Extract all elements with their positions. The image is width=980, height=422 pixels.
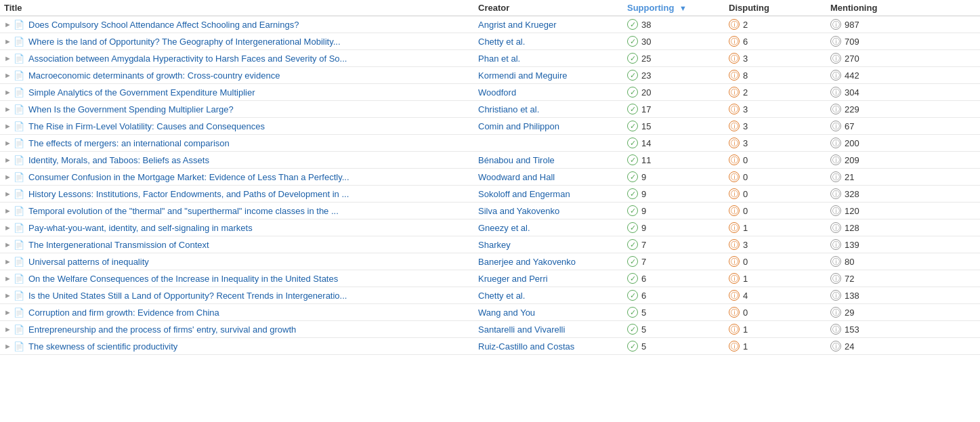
row-expander[interactable]: ►	[4, 325, 14, 333]
title-link[interactable]: Temporal evolution of the "thermal" and …	[28, 206, 339, 216]
title-link[interactable]: Macroeconomic determinants of growth: Cr…	[28, 70, 280, 81]
creator-link[interactable]: Krueger and Perri	[478, 274, 548, 284]
row-expander[interactable]: ►	[4, 139, 14, 147]
col-header-supporting[interactable]: Supporting ▼	[623, 0, 725, 16]
creator-link[interactable]: Sharkey	[478, 240, 511, 250]
title-link[interactable]: The skewness of scientific productivity	[28, 341, 177, 352]
mentioning-icon: ⓘ	[830, 222, 841, 233]
row-expander[interactable]: ►	[4, 274, 14, 282]
creator-link[interactable]: Angrist and Krueger	[478, 20, 557, 30]
disputing-count: 3	[743, 240, 748, 250]
col-header-mentioning[interactable]: Mentioning	[826, 0, 980, 16]
disputing-count: 2	[743, 87, 748, 98]
creator-link[interactable]: Woodward and Hall	[478, 172, 555, 182]
title-link[interactable]: Corruption and firm growth: Evidence fro…	[28, 308, 219, 318]
title-cell: ► 📄 Temporal evolution of the "thermal" …	[0, 203, 474, 219]
mentioning-icon: ⓘ	[830, 307, 841, 318]
mentioning-count: 120	[845, 206, 859, 216]
title-cell: ► 📄 History Lessons: Institutions, Facto…	[0, 186, 474, 203]
supporting-count: 5	[641, 341, 646, 352]
creator-cell: Ruiz-Castillo and Costas	[474, 338, 623, 355]
row-expander[interactable]: ►	[4, 190, 14, 198]
mentioning-count: 21	[845, 172, 854, 182]
title-link[interactable]: When Is the Government Spending Multipli…	[28, 104, 234, 114]
disputing-icon: ⓘ	[729, 324, 740, 335]
supporting-icon: ✓	[627, 239, 638, 250]
row-expander[interactable]: ►	[4, 156, 14, 164]
row-expander[interactable]: ►	[4, 37, 14, 45]
mentioning-cell: ⓘ 139	[826, 236, 980, 253]
disputing-count: 3	[743, 104, 748, 114]
title-link[interactable]: History Lessons: Institutions, Factor En…	[28, 189, 349, 199]
title-link[interactable]: Identity, Morals, and Taboos: Beliefs as…	[28, 155, 209, 165]
title-link[interactable]: The Rise in Firm-Level Volatility: Cause…	[28, 121, 265, 131]
row-expander[interactable]: ►	[4, 54, 14, 62]
supporting-icon: ✓	[627, 19, 638, 30]
title-link[interactable]: Pay-what-you-want, identity, and self-si…	[28, 223, 253, 233]
disputing-count: 8	[743, 70, 748, 81]
creator-link[interactable]: Kormendi and Meguire	[478, 70, 568, 81]
row-expander[interactable]: ►	[4, 342, 14, 350]
row-expander[interactable]: ►	[4, 71, 14, 79]
creator-link[interactable]: Woodford	[478, 87, 516, 98]
col-header-creator[interactable]: Creator	[474, 0, 623, 16]
disputing-count: 1	[743, 223, 748, 233]
title-link[interactable]: The effects of mergers: an international…	[28, 138, 230, 148]
disputing-icon: ⓘ	[729, 290, 740, 301]
disputing-icon: ⓘ	[729, 239, 740, 250]
table-row: ► 📄 On the Welfare Consequences of the I…	[0, 270, 980, 287]
creator-link[interactable]: Christiano et al.	[478, 104, 539, 114]
table-header-row: Title Creator Supporting ▼ Disputing Men…	[0, 0, 980, 16]
title-link[interactable]: Consumer Confusion in the Mortgage Marke…	[28, 172, 349, 182]
creator-link[interactable]: Silva and Yakovenko	[478, 206, 559, 216]
creator-cell: Sokoloff and Engerman	[474, 186, 623, 203]
creator-link[interactable]: Chetty et al.	[478, 37, 525, 47]
table-row: ► 📄 Consumer Confusion in the Mortgage M…	[0, 169, 980, 186]
creator-link[interactable]: Ruiz-Castillo and Costas	[478, 341, 574, 352]
document-icon: 📄	[14, 87, 26, 97]
disputing-cell: ⓘ 3	[725, 50, 826, 67]
title-link[interactable]: Is the United States Still a Land of Opp…	[28, 291, 347, 301]
mentioning-cell: ⓘ 138	[826, 287, 980, 304]
col-header-disputing[interactable]: Disputing	[725, 0, 826, 16]
creator-link[interactable]: Bénabou and Tirole	[478, 155, 555, 165]
creator-link[interactable]: Banerjee and Yakovenko	[478, 257, 576, 267]
title-link[interactable]: Entrepreneurship and the process of firm…	[28, 324, 296, 335]
creator-link[interactable]: Wang and You	[478, 308, 535, 318]
title-cell: ► 📄 The effects of mergers: an internati…	[0, 135, 474, 152]
row-expander[interactable]: ►	[4, 240, 14, 249]
row-expander[interactable]: ►	[4, 257, 14, 266]
row-expander[interactable]: ►	[4, 224, 14, 232]
title-link[interactable]: Does Compulsory School Attendance Affect…	[28, 20, 299, 30]
row-expander[interactable]: ►	[4, 207, 14, 215]
row-expander[interactable]: ►	[4, 291, 14, 299]
creator-link[interactable]: Comin and Philippon	[478, 121, 559, 131]
creator-cell: Bénabou and Tirole	[474, 152, 623, 169]
supporting-cell: ✓ 9	[623, 169, 725, 186]
row-expander[interactable]: ►	[4, 88, 14, 96]
disputing-icon: ⓘ	[729, 205, 740, 216]
title-link[interactable]: On the Welfare Consequences of the Incre…	[28, 274, 338, 284]
row-expander[interactable]: ►	[4, 122, 14, 130]
supporting-count: 38	[641, 20, 651, 30]
main-table-container: Title Creator Supporting ▼ Disputing Men…	[0, 0, 980, 355]
row-expander[interactable]: ►	[4, 173, 14, 181]
creator-link[interactable]: Sokoloff and Engerman	[478, 189, 570, 199]
creator-link[interactable]: Phan et al.	[478, 54, 520, 64]
row-expander[interactable]: ►	[4, 308, 14, 316]
row-expander[interactable]: ►	[4, 105, 14, 113]
title-link[interactable]: Where is the land of Opportunity? The Ge…	[28, 37, 341, 47]
supporting-icon: ✓	[627, 273, 638, 284]
creator-link[interactable]: Santarelli and Vivarelli	[478, 324, 565, 335]
title-link[interactable]: Association between Amygdala Hyperactivi…	[28, 54, 347, 64]
creator-link[interactable]: Chetty et al.	[478, 291, 525, 301]
title-link[interactable]: Universal patterns of inequality	[28, 257, 149, 267]
title-link[interactable]: Simple Analytics of the Government Expen…	[28, 87, 255, 98]
title-link[interactable]: The Intergenerational Transmission of Co…	[28, 240, 209, 250]
col-header-title[interactable]: Title	[0, 0, 474, 16]
creator-link[interactable]: Gneezy et al.	[478, 223, 530, 233]
document-icon: 📄	[14, 37, 26, 46]
table-row: ► 📄 History Lessons: Institutions, Facto…	[0, 186, 980, 203]
row-expander[interactable]: ►	[4, 20, 14, 28]
table-row: ► 📄 Entrepreneurship and the process of …	[0, 321, 980, 338]
